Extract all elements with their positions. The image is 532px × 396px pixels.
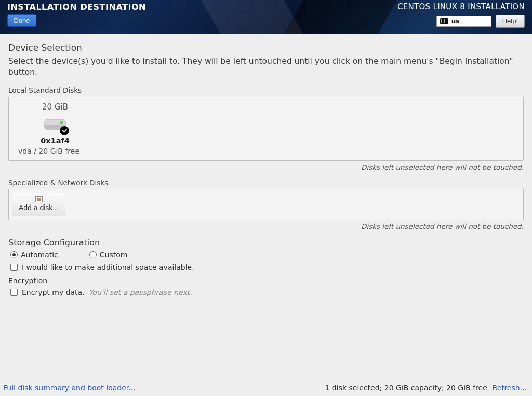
encrypt-label: Encrypt my data. xyxy=(22,288,85,296)
checkbox-icon xyxy=(10,289,18,296)
network-disks-note: Disks left unselected here will not be t… xyxy=(8,222,524,230)
local-disks-heading: Local Standard Disks xyxy=(8,86,524,94)
installer-brand: CENTOS LINUX 8 INSTALLATION xyxy=(397,2,525,11)
keyboard-icon xyxy=(440,18,448,24)
disk-size: 20 GiB xyxy=(42,102,68,112)
encrypt-hint: You'll set a passphrase next. xyxy=(89,288,192,296)
checkbox-encrypt[interactable]: Encrypt my data. You'll set a passphrase… xyxy=(10,288,524,296)
radio-automatic-label: Automatic xyxy=(21,251,58,259)
checkbox-icon xyxy=(10,264,18,271)
local-disks-note: Disks left unselected here will not be t… xyxy=(8,163,524,171)
selected-check-icon xyxy=(60,126,69,135)
device-selection-intro: Select the device(s) you'd like to insta… xyxy=(8,56,524,78)
page-title: INSTALLATION DESTINATION xyxy=(7,2,146,12)
main-content: Device Selection Select the device(s) yo… xyxy=(0,34,532,296)
keyboard-layout-indicator[interactable]: us xyxy=(436,16,491,27)
add-disk-button[interactable]: Add a disk... xyxy=(12,193,65,216)
footer-bar: Full disk summary and boot loader... 1 d… xyxy=(0,380,532,396)
local-disks-panel: 20 GiB 0x1af4 vda / 20 GiB free xyxy=(8,97,524,161)
radio-custom-label: Custom xyxy=(100,251,128,259)
disk-model: 0x1af4 xyxy=(41,136,70,145)
device-selection-heading: Device Selection xyxy=(8,43,524,53)
svg-rect-2 xyxy=(60,121,63,124)
disk-tile-vda[interactable]: 20 GiB 0x1af4 vda / 20 GiB free xyxy=(16,102,94,155)
add-disk-label: Add a disk... xyxy=(19,203,59,212)
top-banner: INSTALLATION DESTINATION Done CENTOS LIN… xyxy=(0,0,532,34)
radio-custom[interactable]: Custom xyxy=(89,251,128,259)
storage-config-heading: Storage Configuration xyxy=(8,238,524,248)
help-button[interactable]: Help! xyxy=(496,15,525,28)
keyboard-layout-label: us xyxy=(451,18,460,25)
checkbox-make-space[interactable]: I would like to make additional space av… xyxy=(10,263,524,271)
encryption-heading: Encryption xyxy=(8,277,524,285)
radio-automatic[interactable]: Automatic xyxy=(10,251,58,259)
network-disks-panel: Add a disk... xyxy=(8,189,524,220)
full-disk-summary-link[interactable]: Full disk summary and boot loader... xyxy=(3,384,136,392)
radio-dot-icon xyxy=(89,251,97,258)
disk-path-line: vda / 20 GiB free xyxy=(18,147,79,155)
done-button[interactable]: Done xyxy=(7,14,36,27)
network-disks-heading: Specialized & Network Disks xyxy=(8,179,524,187)
refresh-link[interactable]: Refresh... xyxy=(493,384,527,392)
add-disk-icon xyxy=(35,196,43,202)
make-space-label: I would like to make additional space av… xyxy=(22,263,194,271)
radio-dot-icon xyxy=(10,251,18,258)
footer-status: 1 disk selected; 20 GiB capacity; 20 GiB… xyxy=(325,384,487,392)
disk-icon xyxy=(43,116,67,133)
